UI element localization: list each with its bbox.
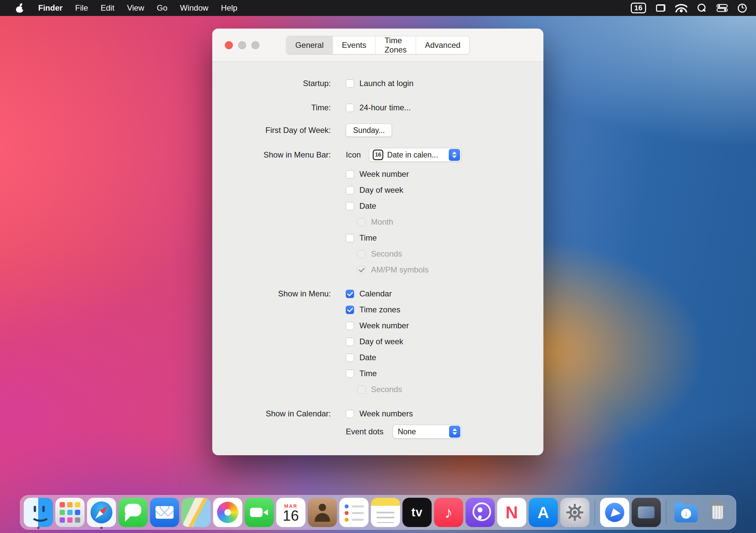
tab-general[interactable]: General [286,36,332,54]
apple-menu[interactable] [9,0,32,16]
trash-icon [703,498,732,527]
24-hour-time-checkbox[interactable]: 24-hour time... [346,103,411,112]
blue-circle-app-icon [600,498,629,527]
menu-help[interactable]: Help [215,0,243,16]
general-pane: Startup: Launch at login Time: 24-hour t… [212,62,543,440]
gear-icon [566,504,584,521]
menu-date-checkbox[interactable]: Date [346,353,376,362]
dock-item-photos[interactable] [213,495,243,530]
menu-edit[interactable]: Edit [94,0,121,16]
music-icon: ♪ [434,498,463,527]
checkbox-label: Date [359,353,376,362]
spotlight-status-item[interactable] [697,0,707,16]
menubar-ampm-checkbox: AM/PM symbols [357,265,428,274]
dock-item-trash[interactable] [703,495,733,530]
dock-item-calendar[interactable]: MAR 16 [276,495,306,530]
dock-item-notes[interactable] [371,495,401,530]
option-row: Week number [212,318,543,334]
checkbox-box [357,218,366,226]
week-numbers-checkbox[interactable]: Week numbers [346,409,413,418]
photos-icon [213,498,242,527]
launch-at-login-checkbox[interactable]: Launch at login [346,79,414,88]
menu-time-zones-checkbox[interactable]: Time zones [346,305,400,314]
menu-day-of-week-checkbox[interactable]: Day of week [346,337,403,346]
dock-item-app-dark[interactable] [631,495,661,530]
dock-item-news[interactable]: N [497,495,527,530]
checkbox-box [346,234,354,242]
dock-item-facetime[interactable] [244,495,274,530]
dock-item-messages[interactable] [118,495,148,530]
dock-item-tv[interactable]: tv [402,495,432,530]
finder-icon [24,498,53,527]
menu-view[interactable]: View [121,0,150,16]
dock-item-maps[interactable] [181,495,211,530]
app-store-a-glyph: A [537,503,549,522]
show-in-calendar-label: Show in Calendar: [212,409,331,418]
dock-item-contacts[interactable] [308,495,337,530]
menubar-day-of-week-checkbox[interactable]: Day of week [346,185,403,195]
dock-item-podcasts[interactable] [465,495,495,530]
show-in-menu-bar-label: Show in Menu Bar: [212,150,331,160]
checkbox-box [346,370,354,378]
tab-time-zones[interactable]: Time Zones [375,36,416,54]
menu-time-checkbox[interactable]: Time [346,369,377,378]
dock-item-finder[interactable] [24,495,53,530]
dock-item-mail[interactable] [150,495,180,530]
dock-item-reminders[interactable] [339,495,369,530]
menu-go[interactable]: Go [150,0,174,16]
menu-week-number-checkbox[interactable]: Week number [346,321,409,330]
option-row: AM/PM symbols [212,262,543,278]
menubar-date-checkbox[interactable]: Date [346,201,376,211]
wifi-icon [675,4,687,12]
apple-logo-icon [16,3,24,13]
dock-item-downloads[interactable]: ↓ [671,495,701,530]
time-label: Time: [212,103,331,112]
dock-item-system-preferences[interactable] [560,495,590,530]
dock-item-safari[interactable] [87,495,117,530]
download-arrow-icon: ↓ [681,509,691,519]
checkbox-box [346,290,354,298]
tab-bar: General Events Time Zones Advanced [286,36,470,54]
control-center-status-item[interactable] [716,0,728,16]
tab-advanced[interactable]: Advanced [416,36,469,54]
menu-app-name[interactable]: Finder [32,0,69,16]
notes-icon [371,498,400,527]
option-row: Month [212,214,543,230]
startup-row: Startup: Launch at login [212,75,543,91]
downloads-folder-icon: ↓ [672,498,701,527]
tv-glyph: tv [411,505,423,519]
messages-icon [119,498,148,527]
clock-status-item[interactable] [738,0,747,16]
first-day-button[interactable]: Sunday... [346,124,392,137]
checkbox-box [357,250,366,258]
icon-style-popup[interactable]: 16 Date in calen... [369,148,461,162]
title-bar[interactable]: General Events Time Zones Advanced [212,29,543,62]
event-dots-label: Event dots [346,427,383,436]
startup-label: Startup: [212,79,331,88]
checkbox-box [346,79,354,88]
tab-events[interactable]: Events [332,36,375,54]
dock-item-app-store[interactable]: A [528,495,558,530]
preferences-window: General Events Time Zones Advanced Start… [212,29,543,455]
menu-calendar-checkbox[interactable]: Calendar [346,289,392,298]
checkbox-label: Week number [359,169,409,179]
menubar-week-number-checkbox[interactable]: Week number [346,169,409,179]
checkbox-label: Seconds [371,249,402,259]
calendar-status-item[interactable]: 16 [631,0,646,16]
dock-item-launchpad[interactable] [55,495,85,530]
wifi-status-item[interactable] [675,0,687,16]
menubar-time-checkbox[interactable]: Time [346,233,377,243]
control-center-icon [716,4,728,12]
event-dots-popup[interactable]: None [393,425,462,439]
folder-icon: ↓ [675,505,698,522]
close-button[interactable] [225,41,233,49]
option-row: Time zones [212,302,543,318]
menu-file[interactable]: File [69,0,94,16]
menu-window[interactable]: Window [174,0,215,16]
checkbox-label: Time [359,369,377,378]
dock-item-music[interactable]: ♪ [434,495,464,530]
window-stack-status-item[interactable] [656,0,665,16]
checkbox-box [346,410,354,418]
time-row: Time: 24-hour time... [212,100,543,116]
dock-item-app-blue[interactable] [600,495,630,530]
